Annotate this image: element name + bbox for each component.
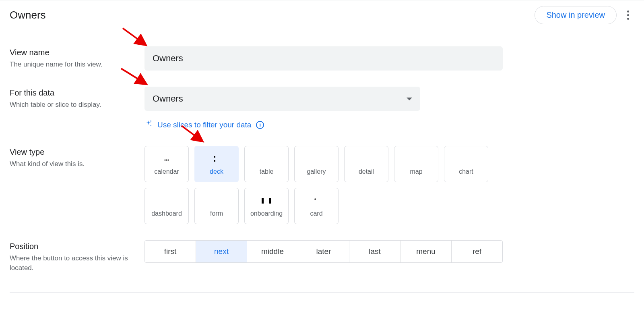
view-type-option-calendar[interactable]: calendar [144,146,189,182]
onboarding-icon [260,195,272,207]
view-type-option-label: table [260,168,274,175]
position-option-last[interactable]: last [349,241,400,262]
use-slices-link[interactable]: Use slices to filter your data i [144,120,420,130]
view-type-option-onboarding[interactable]: onboarding [244,188,289,224]
position-description: Where the button to access this view is … [10,254,144,273]
view-type-option-chart[interactable]: chart [444,146,488,182]
view-type-option-dashboard[interactable]: dashboard [144,188,189,224]
view-type-option-detail[interactable]: detail [344,146,388,182]
view-type-option-label: gallery [307,168,326,175]
calendar-icon [161,153,173,165]
deck-icon [211,153,223,165]
view-type-option-label: detail [359,168,374,175]
position-option-later[interactable]: later [298,241,349,262]
sparkle-icon [144,120,153,130]
position-option-first[interactable]: first [145,241,196,262]
view-type-option-label: dashboard [151,210,182,217]
svg-line-42 [121,69,145,83]
view-type-option-label: deck [210,168,223,175]
view-type-option-gallery[interactable]: gallery [294,146,339,182]
caret-down-icon [407,98,412,100]
view-type-option-card[interactable]: card [294,188,339,224]
view-type-grid: calendardecktablegallerydetailmapchartda… [144,146,495,224]
map-icon [410,153,422,165]
view-type-option-label: calendar [154,168,179,175]
view-name-input[interactable] [144,46,503,71]
view-type-option-label: chart [459,168,473,175]
for-this-data-label: For this data [10,88,144,98]
view-type-option-deck[interactable]: deck [194,146,239,182]
view-type-option-label: card [310,210,322,217]
view-type-label: View type [10,148,144,157]
card-icon [310,195,322,207]
more-options-button[interactable] [621,9,634,22]
for-this-data-value: Owners [153,94,183,104]
detail-icon [360,153,372,165]
position-option-menu[interactable]: menu [400,241,451,262]
show-in-preview-button[interactable]: Show in preview [535,6,617,24]
chart-icon [460,153,472,165]
view-type-option-label: onboarding [250,210,283,217]
kebab-dot-icon [627,10,629,12]
kebab-dot-icon [627,18,629,20]
form-icon [211,195,223,207]
dashboard-icon [161,195,173,207]
view-name-label: View name [10,48,144,57]
svg-line-41 [123,28,145,44]
view-type-option-table[interactable]: table [244,146,289,182]
for-this-data-select[interactable]: Owners [144,87,420,111]
slices-link-text: Use slices to filter your data [157,121,251,129]
page-title: Owners [10,9,46,21]
view-type-option-label: form [210,210,223,217]
page-header: Owners Show in preview [0,0,644,30]
position-label: Position [10,242,144,251]
view-name-description: The unique name for this view. [10,60,144,69]
svg-point-45 [151,125,151,126]
view-type-option-map[interactable]: map [394,146,438,182]
view-type-description: What kind of view this is. [10,159,144,169]
view-type-option-form[interactable]: form [194,188,239,224]
table-icon [260,153,272,165]
section-divider [10,292,634,293]
for-this-data-description: Which table or slice to display. [10,100,144,110]
kebab-dot-icon [627,14,629,16]
svg-point-44 [151,121,152,122]
position-segmented: firstnextmiddlelaterlastmenuref [144,240,503,263]
info-icon[interactable]: i [256,121,264,129]
position-option-middle[interactable]: middle [247,241,298,262]
position-option-ref[interactable]: ref [451,241,502,262]
position-option-next[interactable]: next [196,241,247,262]
view-type-option-label: map [410,168,422,175]
gallery-icon [310,153,322,165]
